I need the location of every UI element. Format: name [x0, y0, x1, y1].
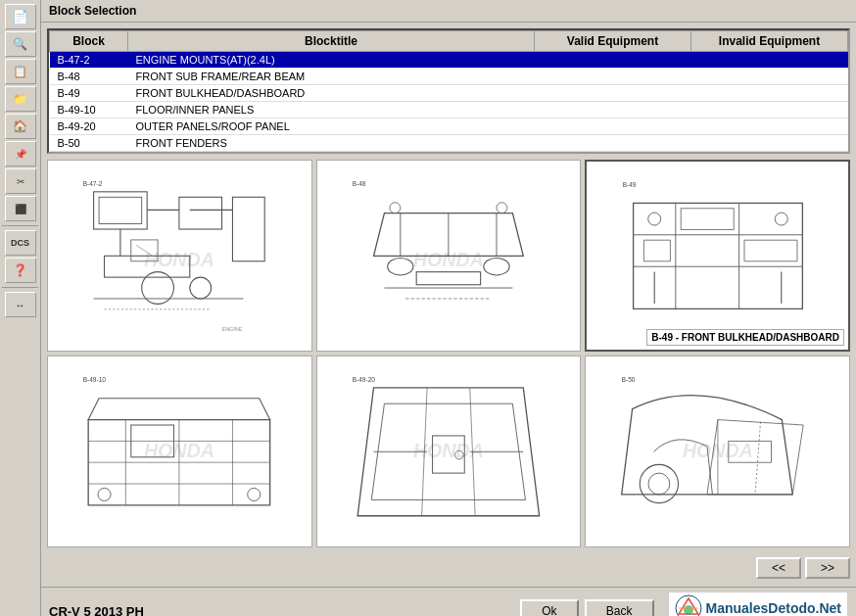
table-row[interactable]: B-47-2 ENGINE MOUNTS(AT)(2.4L) — [50, 52, 848, 69]
cell-valid — [535, 102, 691, 118]
diagram-cell-3[interactable]: B-49 B-49 - FRONT BULKHEAD/DASHBOARD — [585, 160, 850, 352]
cell-block: B-49-20 — [50, 118, 128, 135]
svg-point-31 — [647, 213, 660, 225]
brand-icon — [675, 594, 702, 616]
next-button[interactable]: >> — [805, 557, 850, 579]
table-row[interactable]: B-48 FRONT SUB FRAME/REAR BEAM — [50, 69, 848, 85]
cell-title: OUTER PANELS/ROOF PANEL — [128, 118, 535, 135]
table-row[interactable]: B-50 FRONT FENDERS — [50, 135, 848, 152]
brand-name: ManualesDetodo.Net — [706, 600, 841, 616]
sidebar-btn-1[interactable]: 📄 — [5, 4, 36, 29]
diagram-cell-5[interactable]: HONDA B-49-20 — [316, 355, 582, 547]
car-model-label: CR-V 5 2013 PH — [49, 604, 144, 616]
svg-rect-30 — [681, 208, 734, 229]
sidebar-btn-arrow[interactable]: ↔ — [5, 292, 36, 317]
sidebar: 📄 🔍 📋 📁 🏠 📌 ✂ ⬛ DCS ❓ ↔ — [0, 0, 41, 616]
cell-title: FRONT SUB FRAME/REAR BEAM — [128, 69, 535, 85]
svg-line-51 — [755, 421, 760, 494]
svg-point-9 — [142, 271, 174, 304]
svg-rect-4 — [179, 197, 222, 229]
window-title: Block Selection — [41, 0, 856, 23]
cell-title: ENGINE MOUNTS(AT)(2.4L) — [128, 52, 535, 69]
cell-block: B-47-2 — [50, 52, 128, 69]
svg-text:ENGINE: ENGINE — [222, 325, 243, 331]
diagram-cell-2[interactable]: HONDA B-48 — [316, 160, 582, 352]
sidebar-btn-dcs[interactable]: DCS — [5, 230, 36, 256]
svg-text:HONDA: HONDA — [144, 249, 214, 270]
sidebar-btn-2[interactable]: 🔍 — [5, 31, 36, 57]
cell-block: B-49-10 — [50, 102, 128, 118]
sidebar-btn-7[interactable]: ✂ — [5, 168, 36, 194]
navigation-arrows: << >> — [47, 553, 850, 581]
diagram-cell-6[interactable]: HONDA B-50 — [585, 355, 850, 547]
cell-invalid — [691, 52, 848, 69]
cell-title: FLOOR/INNER PANELS — [128, 102, 535, 118]
cell-invalid — [691, 135, 848, 152]
svg-text:B-49-20: B-49-20 — [353, 376, 376, 383]
cell-valid — [535, 85, 691, 102]
content-area: Block Blocktitle Valid Equipment Invalid… — [41, 23, 856, 587]
table-row[interactable]: B-49-10 FLOOR/INNER PANELS — [50, 102, 848, 118]
cell-valid — [535, 69, 691, 85]
cell-invalid — [691, 69, 848, 85]
block-table-container: Block Blocktitle Valid Equipment Invalid… — [47, 28, 850, 154]
table-row[interactable]: B-49 FRONT BULKHEAD/DASHBOARD — [50, 85, 848, 102]
main-panel: Block Selection Block Blocktitle Valid E… — [41, 0, 856, 616]
cell-block: B-48 — [50, 69, 128, 85]
prev-button[interactable]: << — [756, 557, 801, 579]
col-header-valid: Valid Equipment — [535, 31, 691, 52]
svg-text:B-50: B-50 — [621, 376, 635, 383]
svg-text:B-48: B-48 — [353, 180, 366, 187]
cell-invalid — [691, 118, 848, 135]
svg-point-23 — [390, 202, 401, 213]
cell-valid — [535, 52, 691, 69]
bottom-buttons: Ok Back ManualesDetodo.Net CONOCE · APRE… — [520, 592, 848, 616]
ok-button[interactable]: Ok — [520, 599, 579, 616]
back-button[interactable]: Back — [585, 599, 654, 616]
svg-rect-2 — [99, 197, 142, 223]
table-row[interactable]: B-49-20 OUTER PANELS/ROOF PANEL — [50, 118, 848, 135]
cell-title: FRONT FENDERS — [128, 135, 535, 152]
diagram-3-label: B-49 - FRONT BULKHEAD/DASHBOARD — [646, 329, 844, 346]
block-table: Block Blocktitle Valid Equipment Invalid… — [49, 30, 848, 152]
svg-text:B-49: B-49 — [622, 181, 636, 188]
svg-text:HONDA: HONDA — [413, 439, 484, 460]
svg-point-18 — [388, 258, 413, 274]
svg-point-48 — [640, 464, 678, 502]
svg-rect-8 — [233, 197, 265, 261]
diagrams-grid: HONDA B-47-2 EN — [47, 160, 850, 547]
cell-invalid — [691, 85, 848, 102]
table-scroll-area[interactable]: Block Blocktitle Valid Equipment Invalid… — [49, 30, 848, 152]
cell-block: B-49 — [50, 85, 128, 102]
sidebar-btn-help[interactable]: ❓ — [5, 258, 36, 283]
diagram-cell-1[interactable]: HONDA B-47-2 EN — [47, 160, 312, 352]
svg-point-49 — [648, 473, 670, 495]
brand-logo: ManualesDetodo.Net CONOCE · APRENDE · EN… — [668, 592, 848, 616]
svg-text:B-49-10: B-49-10 — [83, 376, 107, 383]
col-header-invalid: Invalid Equipment — [691, 31, 848, 52]
svg-point-32 — [775, 213, 787, 225]
bottom-bar: CR-V 5 2013 PH Ok Back ManualesDetodo.Ne… — [41, 587, 856, 616]
cell-valid — [535, 118, 691, 135]
diagram-cell-4[interactable]: HONDA B-49-10 — [47, 355, 312, 547]
sidebar-btn-6[interactable]: 📌 — [5, 141, 36, 166]
svg-point-10 — [190, 277, 212, 299]
svg-text:B-47-2: B-47-2 — [83, 180, 103, 187]
cell-title: FRONT BULKHEAD/DASHBOARD — [128, 85, 535, 102]
sidebar-btn-8[interactable]: ⬛ — [5, 196, 36, 221]
col-header-blocktitle: Blocktitle — [128, 31, 535, 52]
cell-block: B-50 — [50, 135, 128, 152]
svg-point-38 — [98, 488, 111, 500]
col-header-block: Block — [50, 31, 128, 52]
svg-point-39 — [248, 488, 261, 500]
svg-point-19 — [484, 258, 509, 274]
sidebar-btn-3[interactable]: 📋 — [5, 59, 36, 84]
svg-point-56 — [684, 605, 693, 615]
sidebar-btn-5[interactable]: 🏠 — [5, 114, 36, 139]
sidebar-btn-4[interactable]: 📁 — [5, 86, 36, 112]
svg-point-24 — [497, 202, 507, 213]
cell-valid — [535, 135, 691, 152]
cell-invalid — [691, 102, 848, 118]
svg-rect-20 — [416, 271, 480, 284]
